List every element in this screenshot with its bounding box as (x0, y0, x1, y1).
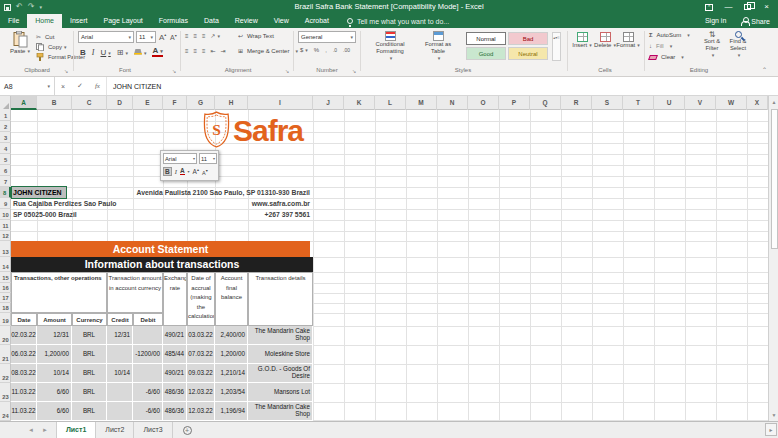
header-amount[interactable]: Transaction amount in account currency (107, 272, 163, 313)
new-sheet-icon[interactable]: + (183, 426, 192, 435)
ribbon-display-options-icon[interactable]: ⌃ (705, 4, 713, 11)
alignment-dialog-launcher-icon[interactable]: ↘ (285, 68, 289, 74)
save-icon[interactable] (4, 4, 11, 11)
redo-icon[interactable]: ↷ (28, 3, 35, 11)
align-top-icon[interactable]: ≡ (185, 33, 189, 39)
scroll-up-icon[interactable]: ▲ (770, 97, 778, 107)
header-accrual[interactable]: Date of accrual (making the calculation) (187, 272, 215, 326)
column-header[interactable]: S (592, 96, 623, 110)
column-header[interactable]: Q (530, 96, 561, 110)
mini-font-size-select[interactable]: 11▾ (199, 153, 217, 164)
sheet-tab-2[interactable]: Лист2 (96, 422, 134, 438)
customer-address-1[interactable]: Rua Cajaiba Perdizes Sao Paulo (13, 198, 117, 209)
cell-currency[interactable]: BRL (72, 383, 107, 402)
align-left-icon[interactable]: ≡ (185, 48, 189, 54)
decrease-indent-icon[interactable]: ⇤ (211, 47, 216, 54)
scroll-down-icon[interactable]: ▼ (770, 410, 778, 420)
clipboard-dialog-launcher-icon[interactable]: ↘ (64, 68, 68, 74)
hscroll-right-icon[interactable]: ► (765, 423, 777, 436)
font-dialog-launcher-icon[interactable]: ↘ (172, 68, 176, 74)
cell-rate[interactable]: 486/36 (163, 383, 187, 402)
restore-button[interactable] (744, 4, 751, 10)
currency-format-icon[interactable]: $ (300, 47, 308, 53)
column-header[interactable]: D (107, 96, 133, 110)
style-neutral[interactable]: Neutral (508, 47, 548, 60)
cancel-icon[interactable]: × (61, 83, 65, 90)
column-header[interactable]: A (11, 96, 37, 110)
row-header[interactable]: 12 (0, 231, 11, 241)
delete-cells-button[interactable]: Delete (595, 32, 615, 48)
cell-debit[interactable] (133, 364, 163, 383)
style-normal[interactable]: Normal (466, 32, 506, 45)
cell-credit[interactable] (107, 402, 133, 421)
row-header[interactable]: 8 (0, 187, 11, 198)
font-color-button[interactable]: A (152, 47, 162, 57)
row-header[interactable]: 1 (0, 110, 11, 121)
fill-button[interactable]: ↓Fill (649, 43, 672, 49)
bold-button[interactable]: B (80, 48, 86, 57)
mini-italic-button[interactable]: I (175, 168, 177, 175)
row-header[interactable]: 16 (0, 283, 11, 293)
share-button[interactable]: Share (740, 14, 770, 28)
align-center-icon[interactable]: ≡ (194, 48, 198, 54)
increase-indent-icon[interactable]: ⇥ (221, 47, 226, 54)
row-header[interactable]: 3 (0, 132, 11, 143)
cell-amount[interactable]: 6/60 (37, 402, 72, 421)
column-header[interactable]: O (468, 96, 499, 110)
column-header[interactable]: F (163, 96, 187, 110)
cell-date[interactable]: 06.03.22 (11, 345, 37, 364)
column-header[interactable]: C (72, 96, 107, 110)
select-all-corner[interactable] (0, 96, 11, 110)
tab-acrobat[interactable]: Acrobat (297, 14, 337, 28)
header-currency[interactable]: Currency (72, 313, 107, 326)
wrap-text-button[interactable]: ↩Wrap Text (238, 32, 274, 39)
cell-credit[interactable]: 10/14 (107, 364, 133, 383)
cell-debit[interactable]: -1200/00 (133, 345, 163, 364)
italic-button[interactable]: I (92, 48, 95, 57)
cell-currency[interactable]: BRL (72, 364, 107, 383)
row-header[interactable]: 17 (0, 293, 11, 303)
cell-accrual[interactable]: 12.03.22 (187, 383, 215, 402)
style-good[interactable]: Good (466, 47, 506, 60)
number-format-select[interactable]: General (298, 31, 356, 43)
orientation-icon[interactable]: ↗ (211, 32, 221, 39)
fill-color-icon[interactable] (134, 49, 147, 56)
row-header[interactable]: 14 (0, 257, 11, 272)
mini-font-name-select[interactable]: Arial▾ (163, 153, 197, 164)
clear-button[interactable]: Clear (649, 54, 684, 60)
sort-filter-button[interactable]: ⇅ Sort & Filter (700, 31, 724, 59)
insert-cells-button[interactable]: Insert (572, 32, 592, 48)
row-header[interactable]: 19 (0, 313, 11, 326)
format-painter-button[interactable]: Format Painter (36, 53, 85, 61)
cell-balance[interactable]: 1,203/54 (215, 383, 248, 402)
cell-amount[interactable]: 10/14 (37, 364, 72, 383)
comma-format-icon[interactable]: , (325, 47, 327, 53)
customize-qat-icon[interactable]: ▾ (39, 4, 42, 10)
vertical-scrollbar[interactable]: ▲ ▼ (768, 96, 778, 421)
format-as-table-button[interactable]: Format as Table (416, 31, 460, 62)
sheet-tab-3[interactable]: Лист3 (134, 422, 172, 438)
column-header[interactable]: I (248, 96, 313, 110)
tab-file[interactable]: File (0, 14, 27, 28)
sheet-prev-icon[interactable]: ◄ (28, 427, 34, 433)
tab-page-layout[interactable]: Page Layout (95, 14, 150, 28)
cell-accrual[interactable]: 03.03.22 (187, 326, 215, 345)
scrollbar-thumb[interactable] (771, 109, 778, 249)
cell-accrual[interactable]: 12.03.22 (187, 402, 215, 421)
column-header[interactable]: W (716, 96, 747, 110)
bank-phone[interactable]: +267 397 5561 (264, 209, 310, 220)
column-header[interactable]: M (406, 96, 437, 110)
find-select-button[interactable]: Find & Select (726, 31, 750, 59)
formula-input[interactable]: JOHN CITIZEN (107, 77, 778, 95)
cell-balance[interactable]: 2,400/00 (215, 326, 248, 345)
row-header[interactable]: 5 (0, 154, 11, 165)
row-header[interactable]: 11 (0, 220, 11, 231)
tab-insert[interactable]: Insert (62, 14, 96, 28)
header-details[interactable]: Transaction details (248, 272, 313, 326)
align-middle-icon[interactable]: ≡ (194, 33, 198, 39)
close-button[interactable]: × (757, 0, 776, 14)
underline-button[interactable]: U (100, 48, 110, 57)
cell-amount[interactable]: 1,200/00 (37, 345, 72, 364)
row-header[interactable]: 6 (0, 165, 11, 176)
cell-details[interactable]: Mansons Lot (248, 383, 313, 402)
